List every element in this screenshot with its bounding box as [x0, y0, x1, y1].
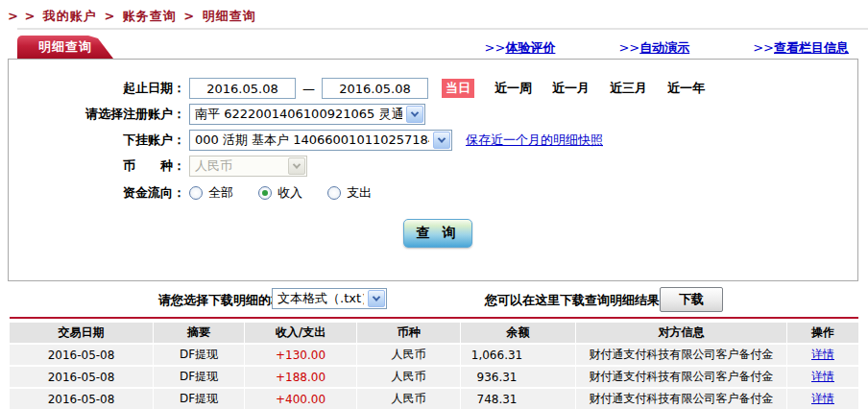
download-button[interactable]: 下载	[660, 287, 723, 312]
date-from-input[interactable]	[189, 78, 296, 99]
experience-rating-link[interactable]: >>体验评价	[485, 39, 556, 57]
table-top-rule	[10, 317, 858, 319]
cell-amount: +130.00	[245, 345, 357, 365]
cell-date: 2016-05-08	[10, 345, 154, 365]
breadcrumb-divider	[17, 28, 868, 30]
header-action: 操作	[787, 323, 858, 343]
cell-amount: +400.00	[245, 389, 357, 409]
query-form-panel: 起止日期： — 当日 近一周 近一月 近三月 近一年 请选择注册账户： 南平 6…	[8, 59, 858, 281]
download-hint-label: 您可以在这里下载查询明细结果	[485, 292, 660, 309]
cell-counterparty: 财付通支付科技有限公司客户备付金	[576, 389, 787, 409]
last-month-quick-button[interactable]: 近一月	[552, 80, 590, 97]
cell-summary: DF提现	[154, 389, 245, 409]
link-arrows: >>	[753, 40, 774, 55]
registered-account-label: 请选择注册账户：	[9, 106, 185, 123]
breadcrumb-item-my-account[interactable]: 我的账户	[43, 9, 97, 23]
cell-balance: 748.31	[461, 389, 576, 409]
currency-label: 币 种：	[9, 157, 185, 175]
save-snapshot-link[interactable]: 保存近一个月的明细快照	[466, 132, 603, 149]
view-column-info-link[interactable]: >>查看栏目信息	[753, 39, 849, 57]
currency-select-disabled: 人民币	[189, 156, 307, 177]
date-dash: —	[302, 82, 315, 96]
cell-balance: 1,066.31	[461, 345, 576, 365]
cell-currency: 人民币	[357, 345, 461, 365]
dropdown-arrow-icon[interactable]	[406, 106, 423, 123]
dropdown-arrow-icon	[288, 157, 305, 175]
sub-account-row: 下挂账户： 000 活期 基本户 1406600101102571848 保存近…	[9, 129, 857, 152]
cell-balance: 936.31	[461, 367, 576, 387]
header-balance: 余额	[461, 323, 576, 343]
download-format-select[interactable]: 文本格式（.txt）	[272, 288, 387, 309]
link-arrows: >>	[485, 40, 506, 55]
table-row: 2016-05-08 DF提现 +400.00 人民币 748.31 财付通支付…	[10, 389, 858, 409]
top-links: >>体验评价 >>自动演示 >>查看栏目信息	[0, 39, 849, 57]
header-counterparty: 对方信息	[576, 323, 787, 343]
sub-account-label: 下挂账户：	[9, 132, 185, 149]
detail-link[interactable]: 详情	[811, 392, 834, 405]
flow-option-income[interactable]: 收入	[258, 184, 302, 202]
header-date: 交易日期	[10, 323, 154, 343]
radio-icon[interactable]	[327, 186, 341, 200]
header-currency: 币种	[357, 323, 461, 343]
date-range-label: 起止日期：	[9, 80, 185, 97]
cell-currency: 人民币	[357, 367, 461, 387]
registered-account-select[interactable]: 南平 6222001406100921065 灵通卡	[189, 104, 425, 125]
header-amount: 收入/支出	[245, 323, 357, 343]
cell-currency: 人民币	[357, 389, 461, 409]
cell-summary: DF提现	[154, 345, 245, 365]
today-quick-button[interactable]: 当日	[442, 79, 474, 98]
header-summary: 摘要	[154, 323, 245, 343]
cell-counterparty: 财付通支付科技有限公司客户备付金	[576, 345, 787, 365]
last-week-quick-button[interactable]: 近一周	[494, 80, 532, 97]
table-header-row: 交易日期 摘要 收入/支出 币种 余额 对方信息 操作	[10, 323, 858, 343]
currency-row: 币 种： 人民币	[9, 155, 857, 178]
breadcrumb: > > 我的账户 > 账务查询 > 明细查询	[8, 8, 258, 25]
date-to-input[interactable]	[322, 78, 428, 99]
sub-account-select[interactable]: 000 活期 基本户 1406600101102571848	[189, 130, 452, 151]
cell-amount: +188.00	[245, 367, 357, 387]
cell-summary: DF提现	[154, 367, 245, 387]
auto-demo-link[interactable]: >>自动演示	[618, 39, 689, 57]
last-year-quick-button[interactable]: 近一年	[667, 80, 705, 97]
fund-flow-label: 资金流向：	[9, 184, 185, 202]
last-three-months-quick-button[interactable]: 近三月	[610, 80, 647, 97]
date-range-row: 起止日期： — 当日 近一周 近一月 近三月 近一年	[9, 77, 857, 100]
breadcrumb-separator: >	[104, 9, 115, 23]
link-arrows: >>	[618, 40, 639, 55]
table-row: 2016-05-08 DF提现 +188.00 人民币 936.31 财付通支付…	[10, 367, 858, 387]
cell-date: 2016-05-08	[10, 389, 154, 409]
flow-option-all[interactable]: 全部	[189, 184, 233, 202]
detail-query-page: > > 我的账户 > 账务查询 > 明细查询 明细查询 >>体验评价 >>自动演…	[0, 0, 868, 409]
breadcrumb-item-account-query[interactable]: 账务查询	[123, 9, 177, 23]
breadcrumb-separator: >	[183, 9, 195, 23]
radio-checked-icon[interactable]	[258, 186, 272, 200]
detail-link[interactable]: 详情	[811, 370, 834, 383]
transaction-table: 交易日期 摘要 收入/支出 币种 余额 对方信息 操作 2016-05-08 D…	[10, 321, 858, 409]
registered-account-row: 请选择注册账户： 南平 6222001406100921065 灵通卡	[9, 103, 857, 126]
download-row: 请您选择下载明细的格式 文本格式（.txt） 您可以在这里下载查询明细结果 下载	[0, 286, 868, 313]
cell-counterparty: 财付通支付科技有限公司客户备付金	[576, 367, 787, 387]
table-row: 2016-05-08 DF提现 +130.00 人民币 1,066.31 财付通…	[10, 345, 858, 365]
fund-flow-row: 资金流向： 全部 收入 支出	[9, 181, 857, 204]
query-button[interactable]: 查 询	[403, 219, 472, 248]
dropdown-arrow-icon[interactable]	[368, 290, 385, 307]
breadcrumb-item-detail-query[interactable]: 明细查询	[203, 9, 256, 23]
cell-date: 2016-05-08	[10, 367, 154, 387]
radio-icon[interactable]	[189, 186, 203, 200]
dropdown-arrow-icon[interactable]	[433, 132, 450, 149]
flow-option-expense[interactable]: 支出	[327, 184, 372, 202]
breadcrumb-prefix: > >	[8, 9, 36, 23]
detail-link[interactable]: 详情	[811, 348, 834, 361]
